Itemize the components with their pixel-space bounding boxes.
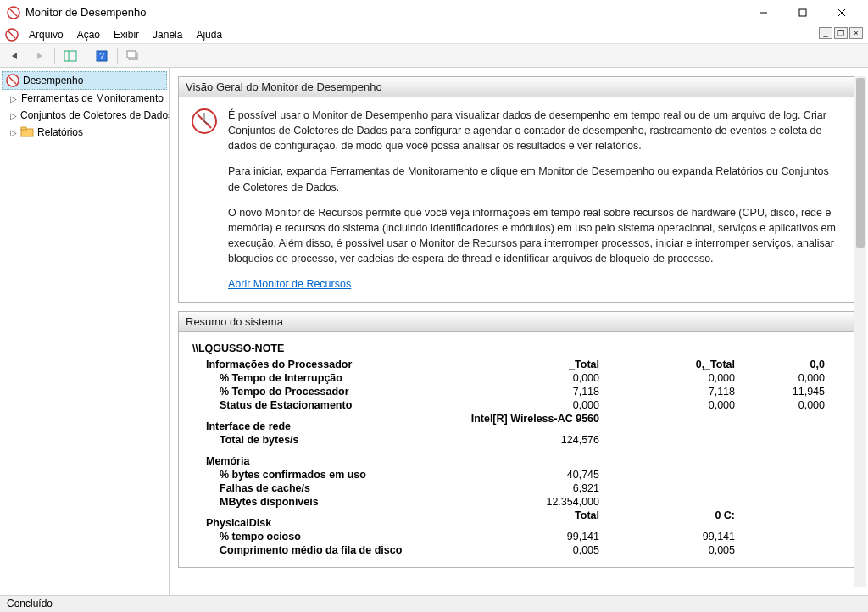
status-text: Concluído xyxy=(7,598,53,609)
tree-reports-label: Relatórios xyxy=(37,126,83,138)
svg-rect-11 xyxy=(127,51,136,58)
tree-root-desempenho[interactable]: Desempenho xyxy=(2,71,167,90)
expand-icon[interactable]: ▷ xyxy=(10,128,20,137)
summary-table: Informações do Processador _Total 0,_Tot… xyxy=(192,358,842,557)
proc-title: Informações do Processador xyxy=(192,358,464,371)
menu-ajuda[interactable]: Ajuda xyxy=(189,27,229,42)
proc-h1: _Total xyxy=(464,358,616,371)
window-title: Monitor de Desempenho xyxy=(25,6,744,19)
forward-button[interactable] xyxy=(29,47,49,65)
svg-rect-6 xyxy=(64,51,76,61)
mdi-close[interactable]: × xyxy=(849,27,863,39)
tree-panel: Desempenho ▷ Ferramentas de Monitorament… xyxy=(0,68,170,595)
toolbar: ? xyxy=(0,44,868,68)
summary-panel: Resumo do sistema \\LQGUSSO-NOTE Informa… xyxy=(178,311,856,568)
menu-exibir[interactable]: Exibir xyxy=(107,27,146,42)
svg-text:?: ? xyxy=(99,52,104,61)
close-button[interactable] xyxy=(822,0,861,25)
proc-h3: 0,0 xyxy=(752,358,842,371)
tree-item-tools[interactable]: ▷ Ferramentas de Monitoramento xyxy=(2,90,167,107)
menu-arquivo[interactable]: Arquivo xyxy=(22,27,70,42)
content-panel: Visão Geral do Monitor de Desempenho É p… xyxy=(170,68,868,595)
vertical-scrollbar[interactable] xyxy=(854,76,866,587)
show-hide-tree-button[interactable] xyxy=(60,47,81,65)
mdi-restore[interactable]: ❐ xyxy=(834,27,848,39)
overview-panel: Visão Geral do Monitor de Desempenho É p… xyxy=(178,76,856,303)
tree-root-label: Desempenho xyxy=(23,75,83,86)
svg-rect-2 xyxy=(799,9,806,16)
titlebar: Monitor de Desempenho xyxy=(0,0,868,25)
overview-p3: O novo Monitor de Recursos permite que v… xyxy=(228,205,843,267)
overview-p2: Para iniciar, expanda Ferramentas de Mon… xyxy=(228,164,843,194)
tree-collectors-label: Conjuntos de Coletores de Dados xyxy=(20,109,170,121)
tree-tools-label: Ferramentas de Monitoramento xyxy=(21,92,164,104)
scrollbar-thumb[interactable] xyxy=(856,78,865,248)
help-button[interactable]: ? xyxy=(92,47,112,65)
minimize-button[interactable] xyxy=(744,0,783,25)
back-button[interactable] xyxy=(5,47,25,65)
open-resource-monitor-link[interactable]: Abrir Monitor de Recursos xyxy=(228,278,351,290)
perf-icon xyxy=(6,74,19,87)
expand-icon[interactable]: ▷ xyxy=(10,94,17,103)
overview-p1: É possível usar o Monitor de Desempenho … xyxy=(228,108,843,153)
menubar: Arquivo Ação Exibir Janela Ajuda _ ❐ × xyxy=(0,25,868,44)
maximize-button[interactable] xyxy=(783,0,822,25)
app-icon xyxy=(7,6,20,19)
expand-icon[interactable]: ▷ xyxy=(10,111,17,120)
main-area: Desempenho ▷ Ferramentas de Monitorament… xyxy=(0,68,868,595)
summary-header: Resumo do sistema xyxy=(179,312,855,332)
proc-h2: 0,_Total xyxy=(616,358,752,371)
folder-icon xyxy=(17,92,18,105)
new-window-button[interactable] xyxy=(123,47,143,65)
tree-item-collectors[interactable]: ▷ Conjuntos de Coletores de Dados xyxy=(2,107,167,124)
hostname: \\LQGUSSO-NOTE xyxy=(192,342,842,354)
mdi-minimize[interactable]: _ xyxy=(819,27,832,39)
tree-item-reports[interactable]: ▷ Relatórios xyxy=(2,124,167,141)
folder-icon xyxy=(20,125,34,139)
overview-icon xyxy=(191,108,218,135)
menu-app-icon xyxy=(5,28,19,42)
overview-header: Visão Geral do Monitor de Desempenho xyxy=(179,77,855,97)
statusbar: Concluído xyxy=(0,595,868,612)
svg-rect-18 xyxy=(21,127,26,130)
menu-janela[interactable]: Janela xyxy=(146,27,189,42)
menu-acao[interactable]: Ação xyxy=(70,27,107,42)
